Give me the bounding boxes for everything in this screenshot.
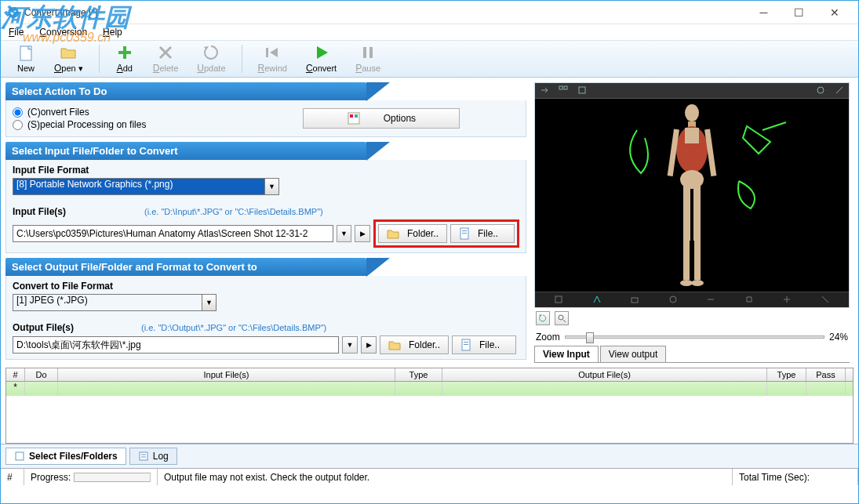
refresh-preview-icon[interactable] — [536, 311, 550, 325]
menu-conversion[interactable]: Conversion — [33, 25, 93, 39]
prev-icon-box[interactable] — [577, 85, 587, 95]
svg-rect-28 — [693, 186, 701, 241]
col-type2[interactable]: Type — [767, 368, 806, 381]
add-button[interactable]: Add — [106, 42, 144, 75]
col-input[interactable]: Input File(s) — [58, 368, 395, 381]
pb-icon-3[interactable] — [630, 295, 639, 304]
svg-point-36 — [559, 315, 563, 320]
toolbar-separator — [242, 45, 242, 73]
pb-icon-7[interactable] — [782, 295, 792, 304]
tab-view-input[interactable]: View Input — [534, 346, 599, 362]
delete-button[interactable]: Delete — [144, 42, 188, 75]
output-format-combo[interactable]: [1] JPEG (*.JPG) — [13, 294, 202, 311]
output-path-dropdown[interactable]: ▼ — [342, 336, 358, 354]
open-button[interactable]: Open ▾ — [45, 42, 93, 75]
play-icon — [313, 44, 330, 61]
output-file-button[interactable]: File.. — [452, 335, 516, 354]
prev-icon-arrow[interactable] — [540, 85, 549, 95]
radio-convert-files[interactable] — [13, 107, 23, 118]
zoom-value: 24% — [829, 332, 848, 343]
svg-point-32 — [691, 280, 704, 286]
prev-icon-r2[interactable] — [835, 85, 844, 95]
svg-rect-29 — [683, 241, 690, 280]
section-input-header: Select Input File/Folder to Convert — [5, 142, 366, 160]
new-button[interactable]: New — [7, 43, 45, 74]
main-area: Select Action To Do (C)onvert Files (S)p… — [1, 78, 858, 368]
minimize-button[interactable]: ─ — [746, 2, 781, 24]
section-output-header: Select Output File/Folder and Format to … — [5, 258, 366, 276]
input-hint: (i.e. "D:\Input\*.JPG" or "C:\Files\Deta… — [144, 207, 323, 216]
toolbar-separator — [99, 45, 100, 73]
files-grid: # Do Input File(s) Type Output File(s) T… — [5, 368, 854, 444]
left-pane: Select Action To Do (C)onvert Files (S)p… — [1, 78, 531, 368]
input-file-button[interactable]: File.. — [450, 224, 515, 243]
file-icon — [459, 227, 470, 240]
grid-body[interactable]: * — [6, 382, 853, 443]
rewind-icon — [264, 44, 281, 61]
svg-rect-12 — [462, 233, 467, 234]
svg-rect-9 — [355, 114, 358, 118]
pb-icon-2[interactable] — [592, 295, 602, 304]
rewind-button[interactable]: Rewind — [249, 42, 297, 75]
input-format-arrow[interactable]: ▼ — [265, 178, 279, 195]
delete-icon — [157, 44, 174, 61]
status-progress: Progress: — [24, 469, 158, 485]
output-path-field[interactable] — [13, 336, 339, 354]
tab-select-files[interactable]: Select Files/Folders — [5, 448, 126, 465]
status-message: Output file may not exist. Check the out… — [158, 469, 733, 485]
magnify-icon[interactable] — [555, 311, 569, 325]
input-path-dropdown[interactable]: ▼ — [337, 225, 352, 242]
pause-button[interactable]: Pause — [346, 42, 390, 75]
zoom-slider[interactable] — [565, 335, 824, 339]
pb-icon-5[interactable] — [706, 295, 715, 304]
radio-special-processing[interactable] — [13, 120, 23, 130]
maximize-button[interactable]: ☐ — [781, 2, 817, 24]
input-path-play[interactable]: ▶ — [355, 225, 370, 242]
output-folder-button[interactable]: Folder.. — [380, 335, 449, 354]
pb-icon-6[interactable] — [744, 295, 754, 304]
prev-icon-grid[interactable] — [559, 85, 568, 95]
folder-icon — [388, 339, 401, 350]
bottom-tabs: Select Files/Folders Log — [1, 444, 858, 468]
section-action-body: (C)onvert Files (S)pecial Processing on … — [5, 100, 526, 137]
svg-rect-6 — [369, 47, 373, 58]
menu-help[interactable]: Help — [96, 25, 129, 39]
tab-log[interactable]: Log — [129, 448, 177, 465]
update-button[interactable]: Update — [187, 42, 235, 75]
svg-rect-33 — [555, 296, 562, 303]
preview-panel[interactable] — [534, 82, 850, 308]
pb-icon-4[interactable] — [668, 295, 678, 304]
section-input-body: Input File Format [8] Portable Network G… — [5, 160, 526, 253]
svg-rect-38 — [140, 452, 147, 460]
input-format-combo[interactable]: [8] Portable Network Graphics (*.png) — [13, 178, 265, 195]
svg-rect-16 — [559, 86, 562, 89]
col-do[interactable]: Do — [25, 368, 58, 381]
tab-view-output[interactable]: View output — [600, 346, 667, 362]
anatomy-image — [657, 101, 727, 289]
output-format-arrow[interactable]: ▼ — [202, 294, 217, 311]
grid-new-row[interactable]: * — [6, 382, 853, 396]
input-folder-button[interactable]: Folder.. — [378, 224, 447, 243]
input-path-field[interactable] — [13, 225, 333, 242]
col-num[interactable]: # — [6, 368, 25, 381]
svg-point-31 — [680, 280, 693, 286]
right-pane: Zoom 24% View Input View output — [531, 78, 853, 368]
col-output[interactable]: Output File(s) — [442, 368, 767, 381]
svg-rect-3 — [118, 51, 131, 54]
convert-button[interactable]: Convert — [297, 42, 346, 75]
output-format-label: Convert to File Format — [13, 281, 519, 292]
progress-bar — [74, 473, 151, 482]
menu-file[interactable]: File — [2, 25, 30, 39]
close-button[interactable]: ✕ — [817, 2, 852, 24]
output-path-play[interactable]: ▶ — [361, 336, 377, 354]
svg-point-19 — [817, 87, 824, 93]
options-button[interactable]: Options — [303, 108, 460, 129]
col-type1[interactable]: Type — [395, 368, 442, 381]
pb-icon-1[interactable] — [554, 295, 563, 304]
prev-icon-r1[interactable] — [816, 85, 825, 95]
svg-rect-8 — [350, 114, 353, 118]
pb-icon-8[interactable] — [821, 295, 830, 304]
svg-rect-4 — [266, 48, 268, 57]
files-tab-icon — [14, 451, 25, 462]
col-pass[interactable]: Pass — [806, 368, 846, 381]
